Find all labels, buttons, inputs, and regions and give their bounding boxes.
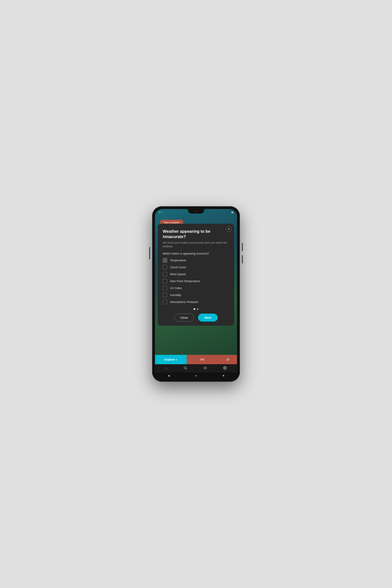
checkmark-icon: ✓ <box>164 259 166 262</box>
checkbox-humidity-label: Humidity <box>170 294 181 297</box>
dialog-title: Weather appearing to be innacurate? <box>163 229 229 239</box>
nav-settings[interactable] <box>223 366 227 371</box>
pagination-dot-1 <box>194 308 195 310</box>
checkbox-cloud-cover[interactable]: Cloud Cover <box>163 265 229 270</box>
checkbox-dew-point[interactable]: Dew Point Temperature <box>163 279 229 284</box>
explore-button[interactable]: Explore » <box>155 355 186 364</box>
back-button[interactable]: ◀ <box>168 374 170 377</box>
dialog-overlay: ✕ Weather appearing to be innacurate? We… <box>158 224 234 350</box>
checkbox-dew-point-box[interactable] <box>163 279 167 284</box>
checkbox-uv-index[interactable]: UV Index <box>163 286 229 290</box>
checkbox-wind-speed-box[interactable] <box>163 272 167 276</box>
svg-line-1 <box>186 368 187 369</box>
volume-button-left[interactable] <box>149 247 150 259</box>
checkbox-cloud-cover-label: Cloud Cover <box>170 266 186 269</box>
checkbox-humidity[interactable]: Humidity <box>163 293 229 297</box>
checkbox-wind-speed-label: Wind Speed <box>170 272 186 276</box>
pagination-dots <box>163 308 229 310</box>
location-badge-label: Your Location <box>164 221 180 224</box>
close-icon: ✕ <box>228 228 230 231</box>
phone-device: ✦ ▪▪ ▮▮ Your Location ✕ Weather appearin… <box>152 206 240 382</box>
number-label: 19 <box>226 358 229 361</box>
percent-button[interactable]: 0% <box>186 355 218 364</box>
nav-home[interactable]: ⌂ <box>165 366 168 370</box>
checkbox-atmospheric-pressure[interactable]: Atmospheric Pressure <box>163 300 229 304</box>
svg-point-5 <box>224 367 226 368</box>
checkbox-dew-point-label: Dew Point Temperature <box>170 280 200 283</box>
pagination-dot-2 <box>197 308 198 310</box>
dialog-buttons: Close Next <box>163 314 229 322</box>
svg-point-0 <box>184 367 186 369</box>
nav-bar: ⌂ <box>155 364 237 372</box>
dialog-question: Which metric is appearing incorrect? <box>163 252 229 255</box>
nav-search[interactable] <box>184 366 187 371</box>
feedback-dialog: ✕ Weather appearing to be innacurate? We… <box>158 224 234 326</box>
checkbox-wind-speed[interactable]: Wind Speed <box>163 272 229 276</box>
checkbox-temperature-label: Temperature <box>170 259 186 262</box>
power-button[interactable] <box>242 243 243 251</box>
checkbox-humidity-box[interactable] <box>163 293 167 297</box>
checkbox-atmospheric-pressure-label: Atmospheric Pressure <box>170 300 198 304</box>
bottom-action-bar: Explore » 0% 19 <box>155 355 237 364</box>
checkbox-uv-index-box[interactable] <box>163 286 167 290</box>
checkbox-list: ✓ Temperature Cloud Cover Wind Speed <box>163 258 229 304</box>
camera <box>195 210 197 212</box>
percent-label: 0% <box>200 358 204 361</box>
checkbox-temperature-box[interactable]: ✓ <box>163 258 167 262</box>
next-button[interactable]: Next <box>198 314 218 322</box>
battery-icon: ▮▮ <box>231 211 233 213</box>
explore-label: Explore » <box>164 358 177 361</box>
checkbox-atmospheric-pressure-box[interactable] <box>163 300 167 304</box>
signal-icon: ✦ ▪▪ <box>159 211 162 213</box>
recent-button[interactable]: ■ <box>223 374 224 377</box>
nav-list[interactable] <box>203 366 207 371</box>
close-button[interactable]: Close <box>174 314 194 322</box>
home-button[interactable]: ● <box>196 374 197 377</box>
status-right: ▮▮ <box>231 211 233 213</box>
number-button[interactable]: 19 <box>218 355 237 364</box>
volume-button[interactable] <box>242 255 243 264</box>
dialog-subtitle: We record your location anonymously when… <box>163 241 229 248</box>
status-left: ✦ ▪▪ <box>159 211 162 213</box>
dialog-close-icon-button[interactable]: ✕ <box>226 226 232 232</box>
checkbox-temperature[interactable]: ✓ Temperature <box>163 258 229 262</box>
phone-screen: ✦ ▪▪ ▮▮ Your Location ✕ Weather appearin… <box>155 209 237 379</box>
android-nav-bar: ◀ ● ■ <box>155 372 237 379</box>
checkbox-cloud-cover-box[interactable] <box>163 265 167 270</box>
checkbox-uv-index-label: UV Index <box>170 286 182 290</box>
notch <box>188 209 204 214</box>
